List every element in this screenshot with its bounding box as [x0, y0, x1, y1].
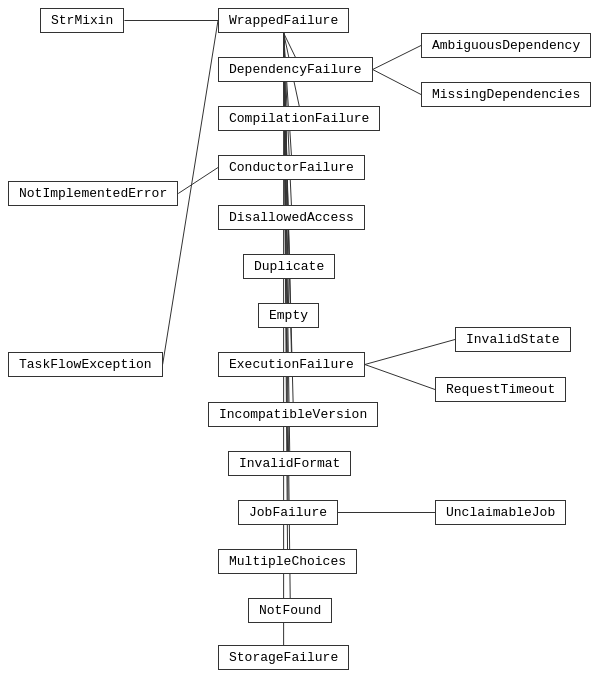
node-compilationfailure: CompilationFailure: [218, 106, 380, 131]
diagram: StrMixinWrappedFailureAmbiguousDependenc…: [0, 0, 600, 677]
node-unclaimablejob: UnclaimableJob: [435, 500, 566, 525]
svg-line-1: [373, 46, 421, 70]
svg-line-13: [284, 33, 290, 451]
node-dependencyfailure: DependencyFailure: [218, 57, 373, 82]
node-disallowedaccess: DisallowedAccess: [218, 205, 365, 230]
svg-line-10: [365, 340, 455, 365]
node-ambiguousdependency: AmbiguousDependency: [421, 33, 591, 58]
svg-line-5: [178, 168, 218, 194]
svg-line-4: [284, 33, 292, 155]
node-conductorfailure: ConductorFailure: [218, 155, 365, 180]
node-missingdependencies: MissingDependencies: [421, 82, 591, 107]
node-jobfailure: JobFailure: [238, 500, 338, 525]
node-empty: Empty: [258, 303, 319, 328]
node-wrappedfailure: WrappedFailure: [218, 8, 349, 33]
node-executionfailure: ExecutionFailure: [218, 352, 365, 377]
node-requesttimeout: RequestTimeout: [435, 377, 566, 402]
svg-line-0: [284, 33, 296, 57]
node-strmixin: StrMixin: [40, 8, 124, 33]
node-incompatibleversion: IncompatibleVersion: [208, 402, 378, 427]
node-duplicate: Duplicate: [243, 254, 335, 279]
svg-line-2: [373, 70, 421, 95]
svg-line-11: [365, 365, 435, 390]
node-invalidformat: InvalidFormat: [228, 451, 351, 476]
node-multiplechoices: MultipleChoices: [218, 549, 357, 574]
node-taskflowexception: TaskFlowException: [8, 352, 163, 377]
node-notimplementederror: NotImplementedError: [8, 181, 178, 206]
node-notfound: NotFound: [248, 598, 332, 623]
node-invalidstate: InvalidState: [455, 327, 571, 352]
node-storagefailure: StorageFailure: [218, 645, 349, 670]
